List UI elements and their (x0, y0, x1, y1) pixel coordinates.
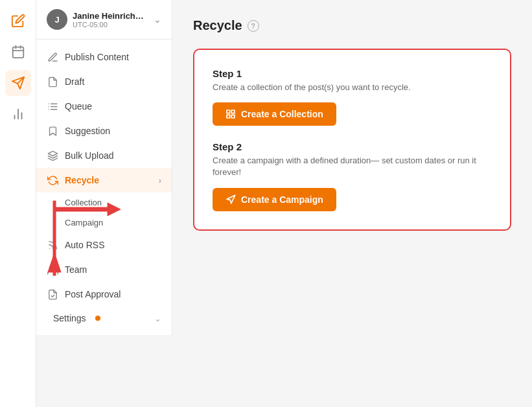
step-2-title: Step 2 (213, 141, 492, 152)
avatar: J (47, 9, 67, 30)
sidebar-item-draft[interactable]: Draft (36, 69, 172, 94)
sidebar-item-label: Settings (53, 313, 86, 323)
icon-bar (0, 0, 36, 407)
recycle-icon (47, 174, 58, 186)
svg-point-17 (49, 266, 53, 270)
sidebar-item-label: Bulk Upload (65, 150, 114, 161)
sidebar-item-label: Collection (65, 198, 102, 207)
sidebar-item-label: Auto RSS (65, 240, 104, 250)
chevron-right-icon: › (159, 176, 161, 185)
sidebar-item-suggestion[interactable]: Suggestion (36, 119, 172, 143)
calendar-nav-icon[interactable] (5, 39, 31, 65)
workspace-name: Janine Heinrichs's ... (73, 11, 148, 21)
create-campaign-button[interactable]: Create a Campaign (213, 188, 336, 211)
chevron-down-icon: ⌄ (154, 314, 161, 323)
svg-marker-15 (48, 151, 57, 156)
sidebar-item-campaign[interactable]: Campaign (36, 213, 172, 233)
sidebar-nav: Publish Content Draft Q (36, 40, 172, 335)
user-icon (47, 264, 58, 275)
svg-rect-23 (227, 110, 230, 113)
sidebar-item-settings[interactable]: Settings ⌄ (36, 307, 172, 330)
file-check-icon (47, 288, 58, 300)
svg-rect-0 (12, 47, 23, 58)
analytics-nav-icon[interactable] (5, 101, 31, 127)
timezone: UTC-05:00 (73, 21, 148, 29)
create-collection-label: Create a Collection (241, 109, 323, 119)
send-nav-icon[interactable] (5, 70, 31, 96)
sidebar-item-label: Draft (65, 76, 84, 87)
layers-icon (47, 150, 58, 161)
sidebar-item-recycle[interactable]: Recycle › (36, 168, 172, 192)
step-1-description: Create a collection of the post(s) you w… (213, 82, 492, 93)
file-icon (47, 76, 58, 87)
main-content: Recycle ? Step 1 Create a collection of … (172, 0, 532, 407)
sidebar-item-label: Recycle (65, 175, 99, 185)
svg-point-16 (49, 248, 49, 248)
step-1-title: Step 1 (213, 68, 492, 79)
page-title: Recycle (193, 18, 242, 33)
chevron-down-icon: ⌄ (154, 14, 161, 25)
sidebar-item-label: Queue (65, 101, 92, 111)
megaphone-button-icon (226, 194, 236, 205)
sidebar-item-collection[interactable]: Collection (36, 192, 172, 213)
sidebar-item-label: Campaign (65, 218, 103, 227)
svg-rect-24 (231, 110, 235, 113)
sidebar-item-post-approval[interactable]: Post Approval (36, 282, 172, 307)
notification-dot (95, 316, 100, 321)
page-header: Recycle ? (193, 18, 511, 33)
sidebar-item-label: Publish Content (65, 52, 129, 62)
sidebar-item-publish-content[interactable]: Publish Content (36, 45, 172, 69)
workspace-selector[interactable]: J Janine Heinrichs's ... UTC-05:00 ⌄ (36, 0, 172, 40)
list-icon (47, 100, 58, 112)
pencil-icon (47, 51, 58, 63)
help-icon[interactable]: ? (248, 20, 259, 32)
recycle-instructions-card: Step 1 Create a collection of the post(s… (193, 49, 511, 231)
sidebar-item-queue[interactable]: Queue (36, 94, 172, 119)
svg-rect-25 (227, 115, 230, 119)
sidebar-item-team[interactable]: Team (36, 257, 172, 282)
step-2-block: Step 2 Create a campaign with a defined … (213, 141, 492, 211)
bookmark-icon (47, 125, 58, 137)
sidebar-item-label: Team (65, 264, 87, 275)
edit-nav-icon[interactable] (5, 8, 31, 34)
step-1-block: Step 1 Create a collection of the post(s… (213, 68, 492, 126)
svg-rect-26 (231, 115, 235, 119)
step-2-description: Create a campaign with a defined duratio… (213, 155, 492, 178)
collection-button-icon (226, 109, 236, 119)
create-collection-button[interactable]: Create a Collection (213, 102, 336, 126)
sidebar-item-auto-rss[interactable]: Auto RSS (36, 233, 172, 257)
create-campaign-label: Create a Campaign (241, 194, 323, 205)
sidebar-item-bulk-upload[interactable]: Bulk Upload (36, 143, 172, 168)
rss-icon (47, 239, 58, 251)
sidebar-item-label: Suggestion (65, 126, 110, 136)
sidebar-item-label: Post Approval (65, 289, 121, 299)
sidebar: J Janine Heinrichs's ... UTC-05:00 ⌄ Pub… (36, 0, 172, 335)
